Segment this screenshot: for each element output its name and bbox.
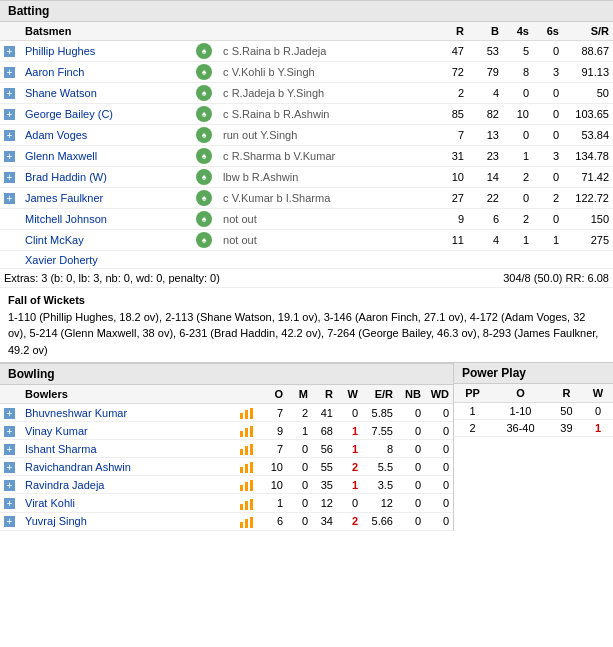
sixes-cell: 3 [533, 62, 563, 83]
bowl-add-btn[interactable]: + [4, 516, 15, 527]
add-button[interactable]: + [4, 67, 15, 78]
fow-text: 1-110 (Phillip Hughes, 18.2 ov), 2-113 (… [8, 311, 598, 356]
dismissal-cell [219, 251, 433, 269]
add-button[interactable]: + [4, 151, 15, 162]
player-icon-cell: ♠ [192, 41, 219, 62]
col-4s: 4s [503, 22, 533, 41]
bowler-name: Virat Kohli [25, 497, 75, 509]
add-btn-cell: + [0, 167, 21, 188]
svg-rect-20 [250, 517, 253, 528]
bowl-r-cell: 68 [312, 422, 337, 440]
svg-rect-2 [250, 408, 253, 419]
player-icon: ♠ [196, 64, 212, 80]
fours-cell: 0 [503, 83, 533, 104]
pp-w-cell: 1 [583, 420, 613, 437]
bowl-add-btn[interactable]: + [4, 480, 15, 491]
chart-icon [239, 498, 255, 510]
bowl-add-cell: + [0, 476, 21, 494]
add-button[interactable]: + [4, 109, 15, 120]
sr-cell: 88.67 [563, 41, 613, 62]
extras-text: Extras: 3 (b: 0, lb: 3, nb: 0, wd: 0, pe… [0, 269, 433, 288]
bowl-o-cell: 10 [262, 458, 287, 476]
dismissal-cell: not out [219, 209, 433, 230]
col-r: R [433, 22, 468, 41]
player-icon: ♠ [196, 169, 212, 185]
bowler-name-cell: Ravindra Jadeja [21, 476, 235, 494]
player-icon-cell: ♠ [192, 146, 219, 167]
bowl-add-btn[interactable]: + [4, 498, 15, 509]
dismissal-cell: c V.Kohli b Y.Singh [219, 62, 433, 83]
bowl-r-cell: 56 [312, 440, 337, 458]
svg-rect-13 [245, 482, 248, 491]
bowl-wd-cell: 0 [425, 422, 453, 440]
bowl-er-cell: 5.5 [362, 458, 397, 476]
chart-icon [239, 516, 255, 528]
batsman-name-cell: Clint McKay [21, 230, 192, 251]
player-icon: ♠ [196, 190, 212, 206]
pp-o-cell: 36-40 [491, 420, 550, 437]
add-button[interactable]: + [4, 88, 15, 99]
batsman-name: Aaron Finch [25, 66, 84, 78]
batsman-name: James Faulkner [25, 192, 103, 204]
bowl-m-cell: 1 [287, 422, 312, 440]
runs-cell: 10 [433, 167, 468, 188]
dismissal-text: c V.Kumar b I.Sharma [223, 192, 330, 204]
bowl-m-cell: 0 [287, 494, 312, 512]
svg-rect-8 [250, 444, 253, 455]
svg-rect-16 [245, 501, 248, 510]
powerplay-section: Power Play PP O R W 1 1-10 50 0 2 36-40 … [453, 363, 613, 531]
bowl-add-btn[interactable]: + [4, 444, 15, 455]
bowl-add-btn[interactable]: + [4, 408, 15, 419]
bowl-wd-cell: 0 [425, 440, 453, 458]
bowling-row: + Bhuvneshwar Kumar 7 2 41 0 5.85 0 0 [0, 404, 453, 422]
bowling-header: Bowling [0, 363, 453, 385]
add-button[interactable]: + [4, 46, 15, 57]
batting-row: + James Faulkner ♠ c V.Kumar b I.Sharma … [0, 188, 613, 209]
runs-cell: 85 [433, 104, 468, 125]
bowl-chart-cell [235, 458, 262, 476]
bowl-add-btn[interactable]: + [4, 426, 15, 437]
bowler-name-cell: Ishant Sharma [21, 440, 235, 458]
bowling-row: + Ravindra Jadeja 10 0 35 1 3.5 0 0 [0, 476, 453, 494]
chart-icon [239, 407, 255, 419]
sixes-cell [533, 251, 563, 269]
bowl-nb-cell: 0 [397, 404, 425, 422]
bowl-er-cell: 7.55 [362, 422, 397, 440]
bowl-add-cell: + [0, 404, 21, 422]
batsman-name-cell: Xavier Doherty [21, 251, 192, 269]
bowl-add-btn[interactable]: + [4, 462, 15, 473]
bowl-chart-cell [235, 440, 262, 458]
bowl-w-cell: 0 [337, 494, 362, 512]
dismissal-cell: run out Y.Singh [219, 125, 433, 146]
bottom-section: Bowling Bowlers O M R W E/R NB WD + Bhu [0, 363, 613, 531]
batsman-name-cell: Aaron Finch [21, 62, 192, 83]
dismissal-cell: c S.Raina b R.Ashwin [219, 104, 433, 125]
bowler-name: Ravichandran Ashwin [25, 461, 131, 473]
pp-table: PP O R W 1 1-10 50 0 2 36-40 39 1 [454, 384, 613, 437]
add-button[interactable]: + [4, 172, 15, 183]
dismissal-text: c S.Raina b R.Jadeja [223, 45, 326, 57]
batting-row: Xavier Doherty [0, 251, 613, 269]
player-icon-cell: ♠ [192, 209, 219, 230]
add-button[interactable]: + [4, 130, 15, 141]
add-btn-cell: + [0, 104, 21, 125]
dismissal-cell: c R.Sharma b V.Kumar [219, 146, 433, 167]
bowl-w-cell: 1 [337, 440, 362, 458]
svg-rect-4 [245, 428, 248, 437]
bowl-o-cell: 9 [262, 422, 287, 440]
sixes-cell: 0 [533, 41, 563, 62]
batsman-name-cell: Shane Watson [21, 83, 192, 104]
col-6s: 6s [533, 22, 563, 41]
bowl-nb-cell: 0 [397, 476, 425, 494]
pp-pp-cell: 2 [454, 420, 491, 437]
svg-rect-6 [240, 449, 243, 455]
bowling-row: + Yuvraj Singh 6 0 34 2 5.66 0 0 [0, 512, 453, 530]
add-button[interactable]: + [4, 193, 15, 204]
dismissal-cell: c V.Kumar b I.Sharma [219, 188, 433, 209]
bowler-name: Ishant Sharma [25, 443, 97, 455]
bowl-r-cell: 55 [312, 458, 337, 476]
bowl-r-cell: 34 [312, 512, 337, 530]
bowl-chart-cell [235, 404, 262, 422]
batsman-name: Phillip Hughes [25, 45, 95, 57]
batsman-name-cell: George Bailey (C) [21, 104, 192, 125]
